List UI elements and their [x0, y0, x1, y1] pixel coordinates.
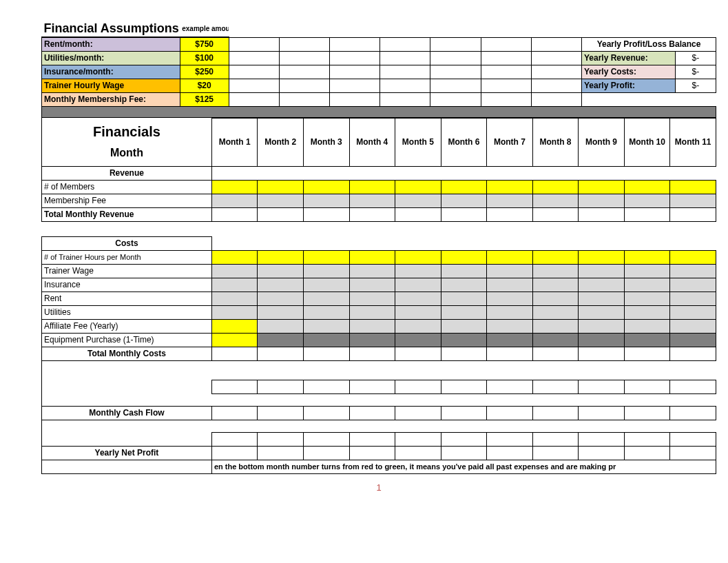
month-header: Month 1	[211, 118, 258, 166]
balance-row-label: Yearly Profit:	[582, 79, 676, 92]
assumptions-title: Financial Assumptions	[42, 21, 180, 37]
financials-table: Financials Month Month 1 Month 2 Month 3…	[41, 118, 716, 474]
row-rent: Rent	[42, 291, 716, 305]
assump-row-value[interactable]: $125	[180, 92, 229, 106]
example-header: example amounts below	[180, 21, 229, 37]
row-utilities: Utilities	[42, 305, 716, 319]
section-revenue: Revenue	[42, 166, 212, 180]
assump-row-value[interactable]: $20	[180, 79, 229, 92]
row-total-revenue: Total Monthly Revenue	[42, 207, 716, 221]
assump-row-value[interactable]: $100	[180, 51, 229, 65]
balance-row-value: $-	[675, 51, 716, 65]
month-header: Month 9	[579, 118, 625, 166]
assump-row-label: Trainer Hourly Wage	[42, 79, 180, 92]
assump-row-label: Monthly Membership Fee:	[42, 92, 180, 106]
row-members: # of Members	[42, 180, 716, 194]
row-equipment: Equipment Purchase (1-Time)	[42, 333, 716, 347]
assumptions-table: Financial Assumptions example amounts be…	[41, 21, 716, 118]
financials-subheading: Month	[44, 147, 209, 159]
balance-row-label: Yearly Revenue:	[582, 51, 676, 65]
row-membership-fee: Membership Fee	[42, 194, 716, 207]
assump-row-label: Rent/month:	[42, 37, 180, 51]
row-insurance: Insurance	[42, 278, 716, 291]
balance-row-label: Yearly Costs:	[582, 65, 676, 79]
row-cash-flow: Monthly Cash Flow	[42, 406, 716, 420]
spreadsheet-page: Financial Assumptions example amounts be…	[41, 21, 716, 493]
assump-row-value[interactable]: $750	[180, 37, 229, 51]
assump-row-value[interactable]: $250	[180, 65, 229, 79]
financials-heading: Financials	[44, 124, 209, 140]
month-header: Month 8	[532, 118, 579, 166]
balance-row-value: $-	[675, 65, 716, 79]
month-header: Month 11	[670, 118, 716, 166]
row-affiliate: Affiliate Fee (Yearly)	[42, 319, 716, 333]
row-trainer-hours: # of Trainer Hours per Month	[42, 250, 716, 264]
divider-row	[42, 106, 716, 117]
month-header: Month 10	[624, 118, 670, 166]
row-net-profit: Yearly Net Profit	[42, 446, 716, 460]
month-header: Month 5	[395, 118, 441, 166]
balance-row-value: $-	[675, 79, 716, 92]
page-number: 1	[41, 482, 716, 493]
section-costs: Costs	[42, 236, 212, 250]
row-footnote: en the bottom month number turns from re…	[42, 460, 716, 473]
row-total-costs: Total Monthly Costs	[42, 347, 716, 360]
financials-heading-cell: Financials Month	[42, 118, 212, 166]
assump-row-label: Utilities/month:	[42, 51, 180, 65]
row-trainer-wage: Trainer Wage	[42, 264, 716, 278]
month-header: Month 2	[258, 118, 304, 166]
month-header: Month 6	[441, 118, 487, 166]
month-header: Month 4	[349, 118, 395, 166]
balance-title: Yearly Profit/Loss Balance	[582, 37, 716, 51]
assump-row-label: Insurance/month:	[42, 65, 180, 79]
month-header: Month 7	[487, 118, 533, 166]
month-header: Month 3	[303, 118, 349, 166]
